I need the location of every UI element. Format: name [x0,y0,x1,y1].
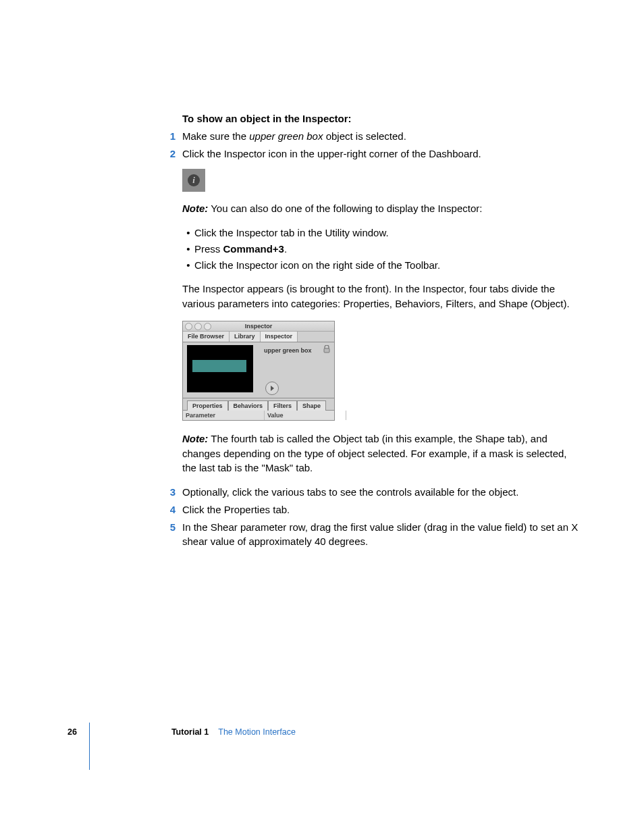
inspector-icon-thumbnail: i [182,169,205,192]
section-heading: To show an object in the Inspector: [182,111,581,126]
svg-rect-0 [324,348,329,353]
inspector-columns: Parameter Value [183,411,334,420]
preview-object [192,360,246,372]
note-text: You can also do one of the following to … [208,203,482,214]
tab-behaviors[interactable]: Behaviors [228,400,269,411]
bullet-text: Click the Inspector icon on the right si… [194,258,440,273]
info-icon: i [188,174,200,186]
step-body: In the Shear parameter row, drag the fir… [182,520,581,550]
footer-divider [89,723,90,770]
tab-filters[interactable]: Filters [268,400,297,411]
tab-file-browser[interactable]: File Browser [183,332,230,342]
step-number: 3 [158,485,182,500]
note-2: Note: The fourth tab is called the Objec… [182,432,581,475]
inspector-tabs: Properties Behaviors Filters Shape [183,398,334,411]
bullet-marker: • [182,242,194,257]
tab-properties[interactable]: Properties [187,400,228,411]
traffic-light-icons [185,323,211,330]
utility-tabs: File Browser Library Inspector [183,332,334,342]
step-body: Click the Properties tab. [182,502,290,517]
lock-icon[interactable] [323,345,330,353]
step-3: 3 Optionally, click the various tabs to … [182,485,581,500]
window-title: Inspector [245,323,273,330]
note-label: Note: [182,203,208,214]
step-number: 1 [158,129,182,144]
step-4: 4 Click the Properties tab. [182,502,581,517]
text: Press [194,243,223,255]
step-number: 5 [158,520,182,550]
tab-shape[interactable]: Shape [297,400,326,411]
inspector-preview-area: upper green box [183,342,334,398]
play-icon [271,386,274,391]
tab-inspector[interactable]: Inspector [261,332,298,342]
bullet-text: Press Command+3. [194,242,287,257]
tab-library[interactable]: Library [230,332,261,342]
inspector-window-figure: Inspector File Browser Library Inspector… [182,321,335,421]
column-value: Value [265,411,346,420]
page-footer: 26 Tutorial 1 The Motion Interface [68,726,296,738]
text: . [284,243,287,255]
step-number: 4 [158,502,182,517]
play-button[interactable] [265,382,279,395]
step-body: Optionally, click the various tabs to se… [182,485,518,500]
bullet-list: • Click the Inspector tab in the Utility… [182,226,581,272]
step-body: Click the Inspector icon in the upper-ri… [182,147,481,161]
bullet-item: • Click the Inspector icon on the right … [182,258,581,273]
note-text: The fourth tab is called the Object tab … [182,433,567,474]
bold-text: Command+3 [223,243,284,255]
step-5: 5 In the Shear parameter row, drag the f… [182,520,581,550]
bullet-item: • Press Command+3. [182,242,581,257]
step-number: 2 [158,147,182,161]
bullet-marker: • [182,258,194,273]
column-parameter: Parameter [183,411,265,420]
tutorial-label: Tutorial 1 [171,726,209,738]
page-number: 26 [68,726,77,738]
inspector-titlebar: Inspector [183,321,334,332]
chapter-title: The Motion Interface [218,726,296,738]
step-body: Make sure the upper green box object is … [182,129,406,144]
paragraph: The Inspector appears (is brought to the… [182,282,581,311]
bullet-marker: • [182,226,194,240]
bullet-text: Click the Inspector tab in the Utility w… [194,226,389,240]
bullet-item: • Click the Inspector tab in the Utility… [182,226,581,240]
note-1: Note: You can also do one of the followi… [182,201,581,216]
step-1: 1 Make sure the upper green box object i… [182,129,581,144]
text: Make sure the [182,130,249,142]
note-label: Note: [182,433,208,444]
text: object is selected. [323,130,406,142]
italic-text: upper green box [249,130,323,142]
step-2: 2 Click the Inspector icon in the upper-… [182,147,581,161]
object-name-label: upper green box [264,346,312,355]
